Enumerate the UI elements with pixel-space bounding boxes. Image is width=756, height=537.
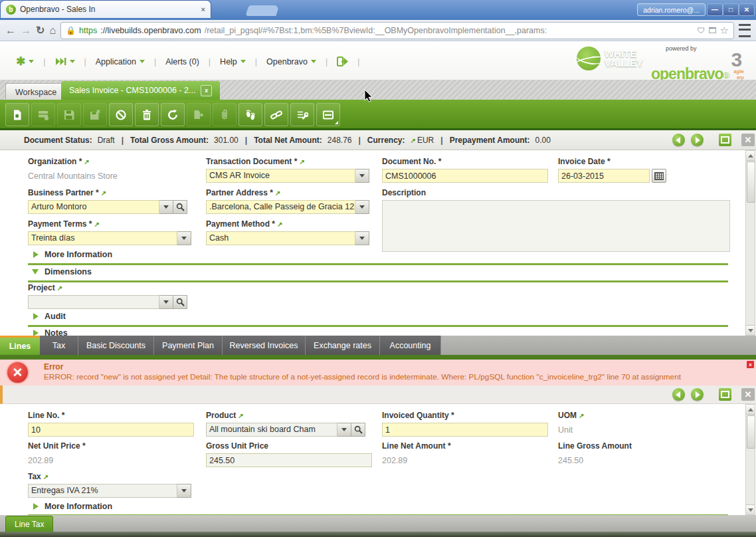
next-record-button[interactable] bbox=[691, 134, 704, 146]
window-close-button[interactable]: ✕ bbox=[739, 3, 755, 16]
quick-launch-menu[interactable] bbox=[52, 56, 78, 67]
menu-openbravo-profile[interactable]: Openbravo bbox=[264, 56, 319, 68]
dropdown-button[interactable] bbox=[159, 200, 173, 214]
link-out-icon[interactable]: ↗ bbox=[579, 412, 584, 419]
previous-record-button[interactable] bbox=[672, 388, 685, 401]
link-out-icon[interactable]: ↗ bbox=[277, 221, 282, 228]
dropdown-button[interactable] bbox=[177, 484, 191, 498]
header-form-scrollbar[interactable] bbox=[745, 150, 755, 336]
gross-unit-price-input[interactable] bbox=[206, 453, 372, 467]
new-tab-stub[interactable] bbox=[245, 5, 279, 16]
browser-tab[interactable]: b Openbravo - Sales In × bbox=[0, 0, 211, 18]
calendar-button[interactable] bbox=[652, 169, 666, 183]
section-more-information[interactable]: More Information bbox=[33, 250, 112, 259]
reload-icon[interactable]: ↻ bbox=[36, 24, 45, 37]
tab-tax[interactable]: Tax bbox=[40, 336, 78, 355]
dropdown-button[interactable] bbox=[355, 231, 369, 245]
business-partner-select[interactable]: Arturo Montoro bbox=[28, 200, 159, 214]
save-and-close-button[interactable] bbox=[83, 103, 107, 126]
next-record-button[interactable] bbox=[691, 388, 704, 401]
new-row-button[interactable] bbox=[31, 103, 55, 126]
scroll-up-icon[interactable] bbox=[746, 405, 755, 415]
tab-close-icon[interactable]: × bbox=[201, 5, 205, 13]
link-out-icon[interactable]: ↗ bbox=[57, 284, 62, 292]
window-maximize-button[interactable]: □ bbox=[723, 3, 739, 16]
project-select[interactable] bbox=[28, 295, 159, 309]
line-form-scrollbar[interactable] bbox=[745, 404, 755, 515]
scrollbar-thumb[interactable] bbox=[747, 415, 755, 449]
tab-workspace[interactable]: Workspace bbox=[5, 83, 66, 100]
search-button[interactable] bbox=[173, 295, 187, 309]
error-close-icon[interactable]: x bbox=[747, 361, 754, 368]
section-line-more-information[interactable]: More Information bbox=[33, 502, 112, 511]
tab-payment-plan[interactable]: Payment Plan bbox=[154, 336, 223, 355]
link-out-icon[interactable]: ↗ bbox=[84, 158, 89, 165]
home-icon[interactable]: ⌂ bbox=[49, 25, 56, 37]
scroll-down-icon[interactable] bbox=[746, 504, 755, 514]
payment-method-select[interactable]: Cash bbox=[206, 231, 355, 245]
link-out-icon[interactable]: ↗ bbox=[238, 412, 243, 419]
link-out-icon[interactable]: ↗ bbox=[94, 221, 100, 228]
tab-sales-invoice[interactable]: Sales Invoice - CMS1000006 - 2... x bbox=[61, 81, 220, 100]
menu-help[interactable]: Help bbox=[217, 56, 248, 68]
window-minimize-button[interactable]: — bbox=[707, 3, 723, 16]
section-audit[interactable]: Audit bbox=[33, 312, 66, 321]
link-out-icon[interactable]: ↗ bbox=[101, 189, 106, 197]
section-notes[interactable]: Notes bbox=[33, 328, 68, 336]
tab-lines[interactable]: Lines bbox=[0, 336, 40, 355]
document-no-input[interactable] bbox=[382, 169, 548, 183]
shield-icon[interactable]: 🛡 bbox=[698, 26, 706, 35]
undo-button[interactable] bbox=[109, 103, 133, 126]
currency-link-icon[interactable]: ↗ bbox=[411, 137, 416, 144]
link-out-icon[interactable]: ↗ bbox=[43, 473, 48, 481]
line-no-input[interactable] bbox=[28, 423, 194, 437]
dropdown-button[interactable] bbox=[177, 231, 191, 245]
previous-record-button[interactable] bbox=[672, 134, 685, 146]
dropdown-button[interactable] bbox=[355, 169, 369, 183]
scroll-down-icon[interactable] bbox=[746, 325, 755, 335]
bookmark-star-icon[interactable]: ☆ bbox=[720, 25, 729, 37]
browser-user-button[interactable]: adrian.romero@... bbox=[637, 3, 706, 16]
dropdown-button[interactable] bbox=[159, 295, 173, 309]
line-tax-tab-button[interactable]: Line Tax bbox=[5, 516, 53, 532]
export-button[interactable] bbox=[187, 103, 211, 126]
logout-button[interactable] bbox=[334, 55, 351, 68]
new-record-button[interactable] bbox=[5, 103, 29, 126]
product-select[interactable]: All mountain ski board Cham bbox=[206, 423, 337, 437]
translate-icon[interactable]: 🗔 bbox=[709, 26, 717, 35]
partner-address-select[interactable]: .Barcelona, Calle Passeig de Gracia 123 … bbox=[206, 200, 355, 214]
refresh-button[interactable] bbox=[161, 103, 185, 126]
save-button[interactable] bbox=[57, 103, 81, 126]
invoice-date-input[interactable] bbox=[558, 169, 650, 183]
url-input[interactable]: 🔒 https://livebuilds.openbravo.com/retai… bbox=[60, 22, 734, 39]
browser-menu-icon[interactable] bbox=[739, 24, 751, 37]
back-icon[interactable]: ← bbox=[5, 25, 16, 37]
audit-trail-button[interactable] bbox=[238, 103, 262, 126]
search-button[interactable] bbox=[351, 423, 365, 437]
grid-form-toggle-button[interactable] bbox=[316, 103, 340, 126]
dropdown-button[interactable] bbox=[337, 423, 351, 437]
settings-button[interactable] bbox=[290, 103, 314, 126]
invoiced-quantity-input[interactable] bbox=[382, 423, 548, 437]
tab-reversed-invoices[interactable]: Reversed Invoices bbox=[223, 336, 306, 355]
maximize-pane-button[interactable] bbox=[719, 134, 731, 146]
payment-terms-select[interactable]: Treinta días bbox=[28, 231, 177, 245]
tab-close-icon[interactable]: x bbox=[201, 85, 212, 96]
description-textarea[interactable] bbox=[382, 200, 730, 252]
maximize-pane-button[interactable] bbox=[719, 388, 731, 401]
forward-icon[interactable]: → bbox=[21, 25, 31, 37]
quick-create-menu[interactable]: ✱ bbox=[13, 53, 37, 70]
delete-button[interactable] bbox=[135, 103, 159, 126]
transaction-document-select[interactable]: CMS AR Invoice bbox=[206, 169, 355, 183]
search-button[interactable] bbox=[173, 200, 187, 214]
tab-accounting[interactable]: Accounting bbox=[380, 336, 441, 355]
menu-application[interactable]: Application bbox=[93, 56, 147, 68]
scrollbar-thumb[interactable] bbox=[747, 161, 755, 203]
tax-select[interactable]: Entregas IVA 21% bbox=[28, 484, 177, 498]
tab-basic-discounts[interactable]: Basic Discounts bbox=[78, 336, 154, 355]
close-pane-button[interactable]: ✕ bbox=[741, 134, 755, 146]
scroll-up-icon[interactable] bbox=[746, 151, 755, 161]
attachment-button[interactable] bbox=[213, 103, 236, 126]
tab-exchange-rates[interactable]: Exchange rates bbox=[306, 336, 380, 355]
close-pane-button[interactable]: ✕ bbox=[741, 388, 755, 401]
